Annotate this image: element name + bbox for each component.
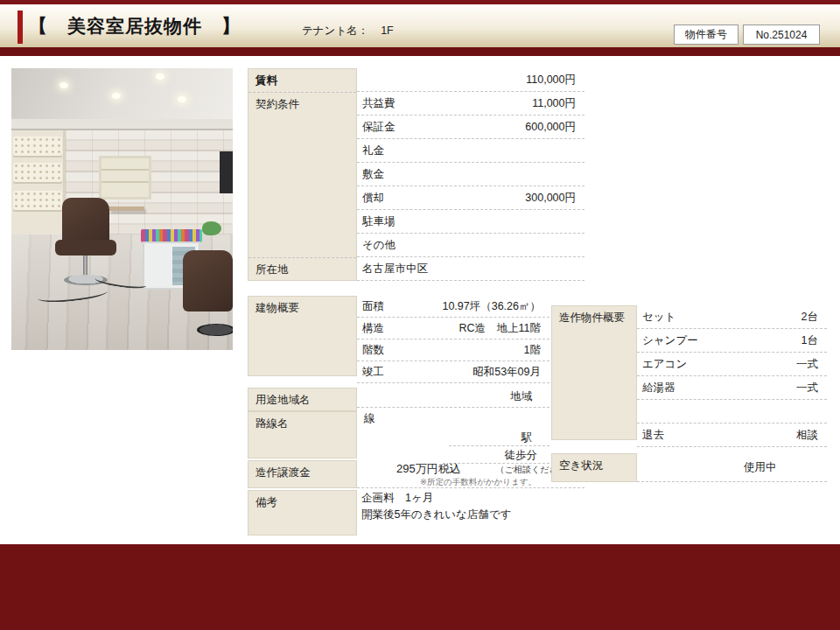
row-label: エアコン [642, 357, 687, 372]
salon-interior-photo [11, 68, 233, 350]
route-station-value: 駅 [522, 430, 533, 445]
remarks-label: 備考 [248, 491, 356, 535]
transfer-value-row: 295万円税込 （ご相談ください） ※所定の手数料がかかります。 [357, 458, 584, 488]
row-label: 共益費 [362, 96, 396, 111]
photo-monitor [220, 151, 233, 193]
route-value-column: 線 駅 徒歩分 [357, 408, 550, 464]
spotlight-icon [112, 93, 121, 99]
row-value: 2台 [802, 310, 818, 325]
route-line-value: 線 [364, 411, 375, 426]
table-row: 駐車場 [357, 210, 584, 234]
route-line-row: 線 [357, 408, 550, 429]
row-value: 相談 [796, 428, 818, 443]
zoning-label-box: 用途地域名 [248, 388, 357, 411]
photo-product-bottles [141, 229, 202, 242]
building-section-label: 建物概要 [248, 297, 356, 375]
table-row: 竣工 昭和53年09月 [357, 361, 550, 383]
title-accent-bar [18, 10, 23, 44]
row-value: 昭和53年09月 [472, 365, 541, 380]
row-value: 10.97坪（36.26㎡） [442, 299, 541, 314]
remarks-label-box: 備考 [248, 490, 357, 536]
route-station-row: 駅 [357, 429, 550, 446]
remarks-value: 企画料 1ヶ月 開業後5年のきれいな店舗です [361, 490, 580, 524]
footer-band: 資料 請求 この物件のお問い合わせ 0120-294-412 お問い合わせ窓口 … [0, 544, 840, 630]
row-label: 構造 [362, 321, 384, 336]
photo-styling-chair [62, 198, 109, 243]
table-row: 退去 相談 [637, 424, 827, 447]
tenant-name-label: テナント名： [302, 24, 368, 37]
page-title: 【 美容室居抜物件 】 [29, 14, 241, 38]
row-label: 退去 [642, 428, 664, 443]
table-row: 共益費 11,000円 [357, 92, 584, 116]
property-number-value: No.251024 [743, 24, 820, 45]
vacancy-label: 空き状況 [552, 454, 636, 481]
row-label: 礼金 [362, 144, 384, 158]
fixtures-section-label: 造作物件概要 [552, 306, 636, 439]
remarks-line-2: 開業後5年のきれいな店舗です [361, 507, 580, 523]
row-label: 敷金 [362, 167, 384, 182]
row-label: 駐車場 [362, 214, 396, 229]
remarks-line-1: 企画料 1ヶ月 [361, 490, 580, 507]
table-row: セット 2台 [637, 305, 827, 329]
row-value: 11,000円 [532, 96, 576, 111]
vacancy-value: 使用中 [744, 460, 777, 475]
row-value: 1階 [524, 343, 541, 358]
row-label: その他 [362, 238, 396, 253]
row-label: 給湯器 [642, 381, 676, 396]
row-value: 一式 [796, 357, 818, 372]
row-value: RC造 地上11階 [458, 321, 541, 336]
table-row: シャンプー 1台 [637, 329, 827, 353]
transfer-label-box: 造作譲渡金 [248, 460, 357, 488]
zoning-row: 地域 [357, 386, 550, 408]
location-row: 名古屋市中区 [357, 257, 584, 281]
table-row: 保証金 600,000円 [357, 116, 584, 139]
location-label: 所在地 [248, 258, 356, 282]
row-label: シャンプー [642, 333, 698, 348]
table-row: 給湯器 一式 [637, 376, 827, 400]
zoning-value: 地域 [510, 389, 532, 404]
photo-styling-chair-2 [183, 250, 233, 312]
fixtures-section-label-box: 造作物件概要 [551, 305, 637, 440]
header-bottom-border [0, 47, 840, 56]
table-row: その他 [357, 234, 584, 257]
route-label: 路線名 [248, 412, 356, 458]
row-label: 保証金 [362, 120, 396, 135]
rent-label: 賃料 [248, 69, 356, 93]
table-row: 階数 1階 [357, 340, 550, 361]
tenant-name-value: 1F [381, 24, 394, 37]
photo-lattice-shelf [13, 191, 62, 210]
photo-shelf-board [109, 206, 144, 211]
row-label: 階数 [362, 343, 384, 358]
row-value: 1台 [802, 333, 818, 348]
photo-lattice-shelf [13, 136, 62, 156]
tenant-name: テナント名：1F [302, 24, 394, 38]
contract-terms-label: 契約条件 [248, 93, 356, 258]
row-label: 償却 [362, 191, 384, 206]
property-flyer-page: 【 美容室居抜物件 】 テナント名：1F 物件番号 No.251024 [0, 0, 840, 630]
vacancy-value-row: 使用中 [637, 453, 827, 482]
zoning-label: 用途地域名 [248, 388, 356, 410]
spotlight-icon [178, 96, 186, 102]
photo-lattice-shelf [13, 163, 62, 182]
transfer-value: 295万円税込 [396, 461, 461, 477]
property-number-label: 物件番号 [674, 24, 738, 45]
fixtures-value-column: セット 2台 シャンプー 1台 エアコン 一式 給湯器 一式 退去 相談 [637, 305, 827, 447]
pricing-label-column: 賃料 契約条件 所在地 [248, 68, 357, 281]
rent-row: 110,000円 [357, 68, 584, 92]
rent-value: 110,000円 [526, 73, 576, 88]
building-value-column: 面積 10.97坪（36.26㎡） 構造 RC造 地上11階 階数 1階 竣工 … [357, 296, 550, 383]
table-row: 礼金 [357, 139, 584, 163]
table-row: 敷金 [357, 163, 584, 186]
table-row: エアコン 一式 [637, 353, 827, 376]
spotlight-icon [60, 82, 68, 88]
row-value: 一式 [796, 381, 818, 396]
photo-plant [202, 221, 221, 235]
photo-ceiling-beam [11, 119, 233, 130]
vacancy-label-box: 空き状況 [551, 453, 637, 482]
pricing-value-column: 110,000円 共益費 11,000円 保証金 600,000円 礼金 敷金 … [357, 68, 584, 281]
row-label: 面積 [362, 299, 384, 314]
row-label: 竣工 [362, 365, 384, 380]
location-value: 名古屋市中区 [362, 262, 428, 276]
photo-wall-shelf [99, 156, 151, 200]
row-value: 300,000円 [525, 191, 576, 206]
